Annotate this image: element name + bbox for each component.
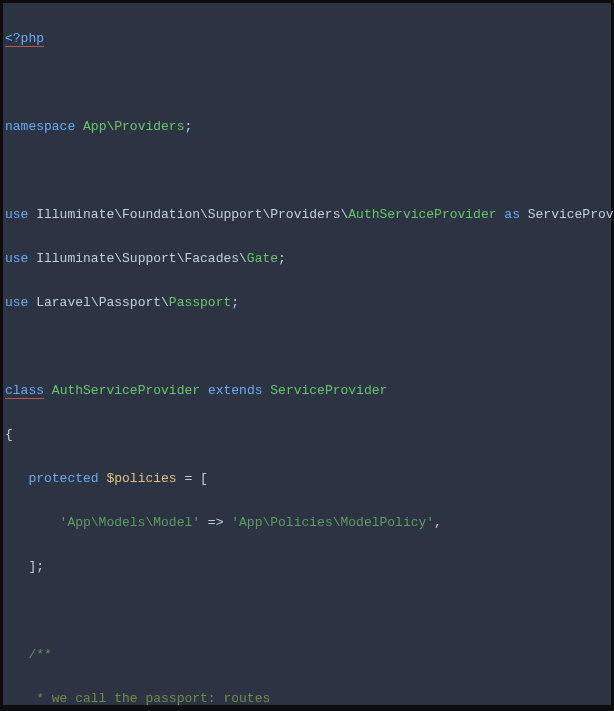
code-editor[interactable]: <?php namespace App\Providers; use Illum… <box>3 3 611 705</box>
use-alias: ServiceProvider <box>528 207 614 222</box>
kw-as: as <box>504 207 520 222</box>
use-class: AuthServiceProvider <box>348 207 496 222</box>
brace-open: { <box>5 427 13 442</box>
use-class: Gate <box>247 251 278 266</box>
kw-protected: protected <box>28 471 98 486</box>
use-class: Passport <box>169 295 231 310</box>
namespace-name: App\Providers <box>83 119 184 134</box>
kw-class: class <box>5 383 44 399</box>
assign-bracket: = [ <box>177 471 208 486</box>
kw-use: use <box>5 295 28 310</box>
arrow: => <box>200 515 231 530</box>
var-policies: $policies <box>106 471 176 486</box>
php-open-tag: <?php <box>5 31 44 47</box>
class-name: AuthServiceProvider <box>52 383 200 398</box>
semicolon: ; <box>184 119 192 134</box>
string-value: 'App\Policies\ModelPolicy' <box>231 515 434 530</box>
bracket-close: ]; <box>28 559 44 574</box>
base-class: ServiceProvider <box>270 383 387 398</box>
use-path: Illuminate\Foundation\Support\Providers\ <box>36 207 348 222</box>
docblock-open: /** <box>28 647 51 662</box>
use-path: Laravel\Passport\ <box>36 295 169 310</box>
docblock-line: * we call the passport: routes <box>28 691 270 706</box>
string-key: 'App\Models\Model' <box>60 515 200 530</box>
kw-extends: extends <box>208 383 263 398</box>
kw-namespace: namespace <box>5 119 75 134</box>
semicolon: ; <box>278 251 286 266</box>
kw-use: use <box>5 207 28 222</box>
comma: , <box>434 515 442 530</box>
use-path: Illuminate\Support\Facades\ <box>36 251 247 266</box>
semicolon: ; <box>231 295 239 310</box>
kw-use: use <box>5 251 28 266</box>
